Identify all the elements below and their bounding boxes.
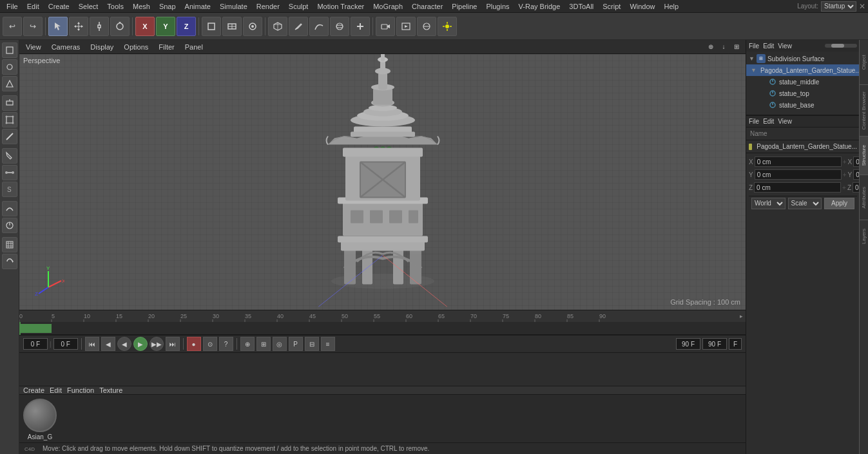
coord-x-pos[interactable] — [755, 156, 842, 167]
vp-ctrl-expand[interactable]: ⊞ — [731, 42, 742, 52]
y-axis-button[interactable]: Y — [156, 17, 175, 36]
vp-ctrl-down[interactable]: ↓ — [719, 42, 729, 52]
mat-menu-texture[interactable]: Texture — [99, 386, 122, 394]
menu-mograph[interactable]: MoGraph — [369, 1, 407, 12]
menu-tools[interactable]: Tools — [103, 1, 128, 12]
step-forward-button[interactable]: ▶▶ — [149, 337, 164, 351]
tool-polygon[interactable] — [2, 112, 17, 128]
step-back-button[interactable]: ◀ — [101, 337, 115, 351]
spline-button[interactable] — [309, 17, 329, 36]
timeline-expand-button[interactable]: ≡ — [321, 337, 335, 351]
play-button[interactable]: ▶ — [133, 337, 148, 351]
attr-object-row[interactable]: Pagoda_Lantern_Garden_Statue... — [746, 140, 860, 153]
grid-button[interactable]: ⊟ — [305, 337, 319, 351]
tool-extrude[interactable] — [2, 95, 17, 111]
vp-ctrl-move[interactable]: ⊕ — [706, 42, 716, 52]
obj-row-statue-middle[interactable]: statue_middle — [746, 76, 860, 88]
end-frame-input[interactable] — [676, 338, 700, 350]
menu-file[interactable]: File — [3, 1, 22, 12]
menu-simulate[interactable]: Simulate — [216, 1, 251, 12]
tool-edge[interactable] — [2, 129, 17, 144]
menu-window[interactable]: Window — [626, 1, 659, 12]
record-button[interactable]: ● — [187, 337, 201, 351]
mat-menu-function[interactable]: Function — [67, 386, 94, 394]
coord-y-pos[interactable] — [755, 169, 842, 180]
vp-menu-options[interactable]: Options — [121, 42, 151, 52]
object-mode-button[interactable] — [202, 17, 221, 36]
tab-object[interactable]: Object — [860, 40, 869, 85]
scale-dropdown[interactable]: Scale — [788, 198, 822, 209]
menu-pipeline[interactable]: Pipeline — [448, 1, 481, 12]
material-swatch[interactable] — [23, 399, 57, 432]
tool-move[interactable] — [2, 59, 17, 75]
tool-knife[interactable] — [2, 148, 17, 164]
play-reverse-button[interactable]: ◀ — [117, 337, 131, 351]
light-button[interactable] — [438, 17, 457, 36]
goto-end-button[interactable]: ⏭ — [166, 337, 180, 351]
tool-subdivide[interactable] — [2, 76, 17, 91]
scroll-control[interactable] — [825, 41, 857, 50]
menu-edit[interactable]: Edit — [23, 1, 43, 12]
camera-button[interactable] — [376, 17, 395, 36]
z-axis-button[interactable]: Z — [177, 17, 196, 36]
tool-bridge[interactable] — [2, 165, 17, 180]
auto-key-button[interactable]: ⊙ — [203, 337, 217, 351]
obj-row-subdivision[interactable]: ▼ ⊞ Subdivision Surface — [746, 53, 860, 64]
tab-layers[interactable]: Layers — [860, 220, 869, 252]
tab-attributes[interactable]: Attributes — [860, 175, 869, 220]
attr-menu-edit[interactable]: Edit — [763, 118, 774, 125]
attr-menu-file[interactable]: File — [749, 118, 759, 125]
vp-menu-view[interactable]: View — [23, 42, 44, 52]
add-button[interactable] — [351, 17, 370, 36]
cube-button[interactable] — [268, 17, 287, 36]
obj-row-statue-base[interactable]: statue_base — [746, 99, 860, 111]
tool-rotate[interactable] — [2, 254, 17, 269]
obj-row-statue-top[interactable]: statue_top — [746, 88, 860, 99]
menu-sculpt[interactable]: Sculpt — [285, 1, 313, 12]
redo-button[interactable]: ↪ — [23, 17, 43, 36]
menu-plugins[interactable]: Plugins — [482, 1, 513, 12]
vp-menu-panel[interactable]: Panel — [182, 42, 206, 52]
start-frame-input[interactable] — [53, 338, 78, 350]
timeline-track[interactable] — [19, 322, 746, 335]
mat-menu-create[interactable]: Create — [23, 386, 44, 394]
menu-animate[interactable]: Animate — [181, 1, 215, 12]
end-frame2-input[interactable] — [702, 338, 727, 350]
menu-create[interactable]: Create — [44, 1, 73, 12]
menu-snap[interactable]: Snap — [155, 1, 180, 12]
tool-paint[interactable]: S — [2, 182, 17, 197]
p-button[interactable]: P — [289, 337, 303, 351]
menu-script[interactable]: Script — [599, 1, 624, 12]
animation-button[interactable] — [222, 17, 242, 36]
goto-start-button[interactable]: ⏮ — [85, 337, 99, 351]
vp-menu-cameras[interactable]: Cameras — [49, 42, 83, 52]
viewport[interactable]: Perspective Grid Spacing : 100 cm — [19, 54, 746, 310]
obj-row-pagoda[interactable]: ▼ Pagoda_Lantern_Garden_Statue... — [746, 64, 860, 76]
render-preview-button[interactable]: ◎ — [273, 337, 287, 351]
playback-preview-button[interactable] — [396, 17, 416, 36]
pen-button[interactable] — [289, 17, 308, 36]
menu-motion-tracker[interactable]: Motion Tracker — [313, 1, 368, 12]
scene-button[interactable] — [417, 17, 436, 36]
help-button[interactable]: ? — [219, 337, 233, 351]
tab-structure[interactable]: Structure — [860, 137, 869, 175]
x-axis-button[interactable]: X — [135, 17, 155, 36]
rotate-tool-button[interactable] — [110, 17, 130, 36]
apply-button[interactable]: Apply — [824, 198, 854, 209]
tool-selection[interactable] — [2, 43, 17, 58]
menu-mesh[interactable]: Mesh — [129, 1, 154, 12]
obj-menu-view[interactable]: View — [778, 43, 792, 50]
menu-select[interactable]: Select — [75, 1, 102, 12]
tab-content-browser[interactable]: Content Browser — [860, 85, 869, 137]
vp-menu-filter[interactable]: Filter — [156, 42, 177, 52]
obj-menu-file[interactable]: File — [749, 43, 759, 50]
vp-menu-display[interactable]: Display — [88, 42, 116, 52]
obj-menu-edit[interactable]: Edit — [763, 43, 774, 50]
menu-render[interactable]: Render — [253, 1, 284, 12]
menu-character[interactable]: Character — [408, 1, 447, 12]
tool-smooth[interactable] — [2, 201, 17, 216]
render-button[interactable] — [243, 17, 262, 36]
close-icon[interactable]: ✕ — [859, 2, 865, 11]
world-dropdown[interactable]: World Object — [751, 198, 786, 209]
select-tool-button[interactable] — [48, 17, 68, 36]
